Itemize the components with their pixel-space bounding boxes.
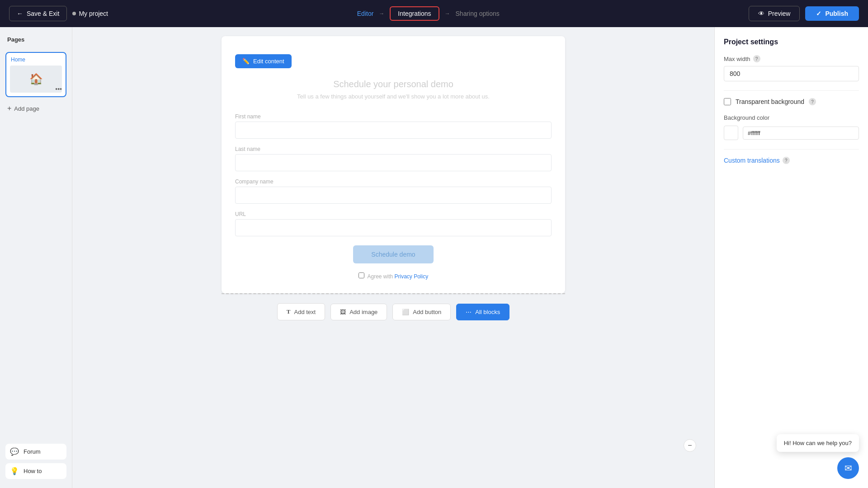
divider-1 bbox=[724, 90, 859, 91]
home-page-label: Home bbox=[10, 56, 62, 63]
url-input[interactable] bbox=[235, 219, 552, 236]
nav-left: ← Save & Exit My project bbox=[9, 6, 108, 21]
sharing-nav-step[interactable]: Sharing options bbox=[456, 10, 500, 17]
max-width-label: Max width ? bbox=[724, 55, 859, 62]
save-exit-button[interactable]: ← Save & Exit bbox=[9, 6, 67, 21]
arrow-right-icon-1: → bbox=[379, 10, 384, 17]
project-dot-icon bbox=[72, 12, 76, 15]
all-blocks-icon: ⋯ bbox=[466, 309, 472, 315]
integrations-nav-step[interactable]: Integrations bbox=[390, 6, 439, 21]
transparent-bg-help-icon[interactable]: ? bbox=[809, 98, 816, 105]
home-page-card[interactable]: Home 🏠 ••• bbox=[5, 52, 66, 97]
howto-icon: 💡 bbox=[10, 467, 19, 475]
max-width-input[interactable] bbox=[724, 66, 859, 81]
text-icon: T bbox=[287, 308, 291, 315]
sidebar-item-forum[interactable]: 💬 Forum bbox=[5, 444, 66, 460]
company-name-label: Company name bbox=[235, 178, 552, 185]
edit-content-button[interactable]: ✏️ Edit content bbox=[235, 54, 292, 68]
schedule-demo-button[interactable]: Schedule demo bbox=[353, 245, 433, 263]
first-name-label: First name bbox=[235, 113, 552, 120]
eye-icon: 👁 bbox=[758, 10, 764, 17]
bg-color-label: Background color bbox=[724, 114, 859, 121]
nav-right: 👁 Preview ✓ Publish bbox=[749, 6, 859, 21]
chat-help-bubble: Hi! How can we help you? bbox=[777, 434, 859, 452]
all-blocks-button[interactable]: ⋯ All blocks bbox=[456, 304, 509, 320]
url-label: URL bbox=[235, 211, 552, 217]
arrow-right-icon-2: → bbox=[445, 10, 450, 17]
forum-icon: 💬 bbox=[10, 447, 19, 456]
form-title: Schedule your personal demo bbox=[235, 79, 552, 89]
color-swatch[interactable] bbox=[724, 126, 738, 140]
sidebar-item-howto[interactable]: 💡 How to bbox=[5, 463, 66, 479]
divider-2 bbox=[724, 149, 859, 150]
save-exit-label: Save & Exit bbox=[27, 10, 59, 17]
max-width-help-icon[interactable]: ? bbox=[753, 55, 760, 62]
max-width-field: Max width ? bbox=[724, 55, 859, 81]
main-layout: Pages Home 🏠 ••• + Add page 💬 Forum 💡 Ho… bbox=[0, 0, 868, 488]
project-name: My project bbox=[72, 10, 108, 17]
right-panel: Project settings Max width ? Transparent… bbox=[714, 27, 868, 488]
add-text-button[interactable]: T Add text bbox=[277, 303, 325, 320]
url-group: URL bbox=[235, 211, 552, 236]
home-page-thumbnail: 🏠 bbox=[10, 66, 62, 93]
button-icon: ⬜ bbox=[402, 309, 409, 315]
sidebar: Pages Home 🏠 ••• + Add page 💬 Forum 💡 Ho… bbox=[0, 27, 72, 488]
agree-checkbox[interactable] bbox=[359, 272, 364, 278]
bg-color-field: Background color bbox=[724, 114, 859, 140]
bg-color-input[interactable] bbox=[743, 127, 859, 140]
last-name-group: Last name bbox=[235, 146, 552, 171]
first-name-group: First name bbox=[235, 113, 552, 139]
preview-button[interactable]: 👁 Preview bbox=[749, 6, 800, 21]
back-arrow-icon: ← bbox=[17, 10, 23, 17]
publish-button[interactable]: ✓ Publish bbox=[805, 6, 859, 21]
custom-translations-help-icon[interactable]: ? bbox=[783, 157, 790, 164]
sidebar-bottom: 💬 Forum 💡 How to bbox=[5, 444, 66, 479]
chat-button[interactable]: ✉ bbox=[837, 457, 859, 479]
add-image-button[interactable]: 🖼 Add image bbox=[330, 304, 387, 320]
form-agree-text: Agree with Privacy Policy bbox=[235, 272, 552, 280]
page-more-button[interactable]: ••• bbox=[55, 85, 62, 93]
zoom-out-button[interactable]: − bbox=[684, 439, 696, 452]
transparent-bg-field: Transparent background ? bbox=[724, 98, 859, 105]
custom-translations-section: Custom translations ? bbox=[724, 157, 859, 164]
add-button-button[interactable]: ⬜ Add button bbox=[392, 304, 451, 320]
edit-icon: ✏️ bbox=[242, 58, 250, 65]
form-widget: ✏️ Edit content Schedule your personal d… bbox=[222, 36, 565, 293]
transparent-bg-checkbox[interactable] bbox=[724, 98, 731, 105]
company-name-group: Company name bbox=[235, 178, 552, 204]
custom-translations-link[interactable]: Custom translations ? bbox=[724, 157, 859, 164]
canvas-area: ✏️ Edit content Schedule your personal d… bbox=[72, 27, 714, 488]
nav-center: Editor → Integrations → Sharing options bbox=[357, 6, 500, 21]
home-icon: 🏠 bbox=[29, 73, 43, 85]
pages-title: Pages bbox=[5, 36, 66, 43]
top-nav: ← Save & Exit My project Editor → Integr… bbox=[0, 0, 868, 27]
messenger-icon: ✉ bbox=[844, 463, 852, 474]
last-name-input[interactable] bbox=[235, 154, 552, 171]
privacy-policy-link[interactable]: Privacy Policy bbox=[395, 273, 429, 280]
company-name-input[interactable] bbox=[235, 187, 552, 204]
add-blocks-row: T Add text 🖼 Add image ⬜ Add button ⋯ Al… bbox=[222, 293, 565, 329]
add-page-button[interactable]: + Add page bbox=[5, 103, 66, 114]
check-icon: ✓ bbox=[816, 10, 821, 17]
editor-nav-step[interactable]: Editor bbox=[357, 10, 374, 17]
image-icon: 🖼 bbox=[340, 309, 346, 315]
transparent-bg-row: Transparent background ? bbox=[724, 98, 859, 105]
plus-icon: + bbox=[7, 104, 11, 113]
form-subtitle: Tell us a few things about yourself and … bbox=[235, 93, 552, 100]
panel-title: Project settings bbox=[724, 38, 859, 46]
color-row bbox=[724, 126, 859, 140]
last-name-label: Last name bbox=[235, 146, 552, 152]
first-name-input[interactable] bbox=[235, 122, 552, 139]
transparent-bg-label: Transparent background bbox=[736, 98, 804, 105]
